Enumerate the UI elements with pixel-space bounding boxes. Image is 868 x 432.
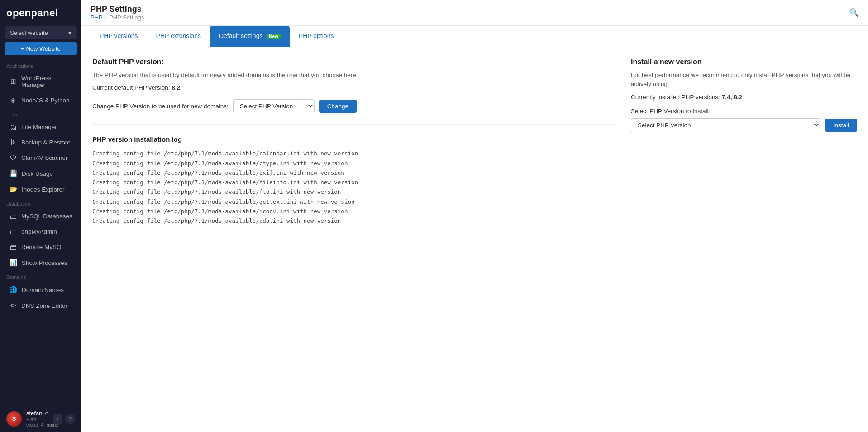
sidebar-label-disk-usage: Disk Usage — [22, 170, 53, 177]
sidebar-item-clamav[interactable]: 🛡ClamAV Scanner — [3, 150, 79, 165]
right-panel: Install a new version For best performan… — [631, 58, 857, 421]
select-install-label: Select PHP Version to Install: — [631, 108, 857, 115]
select-website-button[interactable]: Select website ▾ — [5, 26, 77, 39]
sidebar-item-mysql[interactable]: 🗃MySQL Databases — [3, 209, 79, 224]
installed-versions-value: 7.4, 8.2 — [722, 94, 742, 101]
sidebar-icon-domain-names: 🌐 — [9, 286, 18, 294]
log-line: Creating config file /etc/php/7.1/mods-a… — [92, 187, 617, 197]
sidebar-section-label: Applications — [0, 60, 81, 71]
change-php-label: Change PHP Version to be used for new do… — [92, 103, 229, 110]
help-button[interactable]: ? — [65, 414, 75, 424]
install-version-select[interactable]: Select PHP Version 7.1 7.2 7.3 7.4 8.0 8… — [631, 118, 820, 132]
current-version-line: Current default PHP version: 8.2 — [92, 84, 617, 91]
install-desc: For best performance we recommend to onl… — [631, 71, 857, 89]
sidebar-collapse-button[interactable]: ‹ — [53, 414, 62, 424]
sidebar-footer: S stefan ↗ Plan: cloud_4_nginx ‹ ? — [0, 405, 81, 432]
sidebar-icon-inodes: 📂 — [9, 185, 18, 193]
sidebar-item-disk-usage[interactable]: 💾Disk Usage — [3, 166, 79, 181]
sidebar-section-label: Databases — [0, 197, 81, 208]
chevron-down-icon: ▾ — [68, 29, 72, 36]
install-button[interactable]: Install — [825, 119, 857, 132]
sidebar-icon-dns-zone: ✏ — [9, 302, 17, 310]
topbar-left: PHP Settings PHP › PHP Settings — [91, 5, 144, 21]
change-php-row: Change PHP Version to be used for new do… — [92, 99, 617, 113]
sidebar-item-inodes[interactable]: 📂Inodes Explorer — [3, 182, 79, 197]
sidebar-icon-file-manager: 🗂 — [9, 123, 17, 131]
sidebar-section-label: Domains — [0, 271, 81, 282]
default-php-desc: The PHP version that is used by default … — [92, 71, 617, 80]
search-icon[interactable]: 🔍 — [849, 8, 859, 18]
log-section-title: PHP version installation log — [92, 135, 617, 143]
user-info: stefan ↗ Plan: cloud_4_nginx — [26, 410, 49, 427]
sidebar-item-backup-restore[interactable]: 🗄Backup & Restore — [3, 135, 79, 150]
sidebar-icon-nodejs: ◈ — [9, 96, 17, 104]
divider — [92, 124, 617, 125]
log-line: Creating config file /etc/php/7.1/mods-a… — [92, 197, 617, 206]
breadcrumb: PHP › PHP Settings — [91, 14, 144, 21]
sidebar-label-mysql: MySQL Databases — [21, 213, 72, 220]
sidebar-label-clamav: ClamAV Scanner — [21, 154, 68, 161]
tab-default-settings[interactable]: Default settings New — [210, 26, 290, 47]
page-title: PHP Settings — [91, 5, 144, 14]
sidebar-label-phpmyadmin: phpMyAdmin — [21, 228, 57, 235]
avatar: S — [6, 411, 22, 427]
sidebar-label-wordpress: WordPress Manager — [21, 75, 72, 88]
current-version-value: 8.2 — [172, 84, 180, 91]
sidebar-item-domain-names[interactable]: 🌐Domain Names — [3, 282, 79, 298]
install-title: Install a new version — [631, 58, 857, 66]
content-area: Default PHP version: The PHP version tha… — [81, 47, 868, 432]
new-website-button[interactable]: + New Website — [5, 42, 77, 55]
sidebar-label-inodes: Inodes Explorer — [22, 186, 65, 193]
log-line: Creating config file /etc/php/7.1/mods-a… — [92, 216, 617, 226]
sidebar-item-remote-mysql[interactable]: 🗃Remote MySQL — [3, 240, 79, 254]
badge-new: New — [267, 34, 281, 39]
breadcrumb-separator: › — [105, 14, 107, 21]
log-line: Creating config file /etc/php/7.1/mods-a… — [92, 149, 617, 158]
tab-bar: PHP versionsPHP extensionsDefault settin… — [81, 26, 868, 47]
sidebar-label-file-manager: File Manager — [21, 124, 57, 130]
sidebar-icon-clamav: 🛡 — [9, 154, 17, 162]
log-line: Creating config file /etc/php/7.1/mods-a… — [92, 168, 617, 178]
sidebar-label-show-processes: Show Processes — [22, 259, 67, 266]
external-link-icon: ↗ — [44, 410, 48, 416]
sidebar-label-backup-restore: Backup & Restore — [21, 139, 71, 146]
default-php-title: Default PHP version: — [92, 58, 617, 66]
sidebar: openpanel Select website ▾ + New Website… — [0, 0, 81, 432]
php-version-select[interactable]: Select PHP Version 7.4 8.0 8.1 8.2 8.3 — [233, 99, 315, 113]
tab-php-extensions[interactable]: PHP extensions — [147, 26, 210, 47]
sidebar-label-domain-names: Domain Names — [22, 287, 64, 293]
left-panel: Default PHP version: The PHP version tha… — [92, 58, 617, 421]
user-plan: Plan: cloud_4_nginx — [26, 417, 49, 427]
sidebar-section-label: Files — [0, 108, 81, 119]
sidebar-item-wordpress[interactable]: ⊞WordPress Manager — [3, 71, 79, 92]
breadcrumb-php[interactable]: PHP — [91, 14, 103, 21]
app-logo: openpanel — [0, 0, 81, 26]
log-box: Creating config file /etc/php/7.1/mods-a… — [92, 149, 617, 226]
tab-php-options[interactable]: PHP options — [290, 26, 343, 47]
sidebar-item-phpmyadmin[interactable]: 🗃phpMyAdmin — [3, 224, 79, 239]
sidebar-icon-mysql: 🗃 — [9, 212, 17, 220]
install-row: Select PHP Version 7.1 7.2 7.3 7.4 8.0 8… — [631, 118, 857, 132]
sidebar-icon-remote-mysql: 🗃 — [9, 243, 17, 251]
username: stefan ↗ — [26, 410, 49, 417]
main-content: PHP Settings PHP › PHP Settings 🔍 PHP ve… — [81, 0, 868, 432]
sidebar-item-show-processes[interactable]: 📊Show Processes — [3, 255, 79, 270]
tab-php-versions[interactable]: PHP versions — [91, 26, 147, 47]
sidebar-label-dns-zone: DNS Zone Editor — [21, 302, 67, 309]
topbar: PHP Settings PHP › PHP Settings 🔍 — [81, 0, 868, 26]
sidebar-sections: Applications⊞WordPress Manager◈NodeJS & … — [0, 60, 81, 314]
select-website-label: Select website — [10, 29, 48, 36]
sidebar-footer-actions: ‹ ? — [53, 414, 75, 424]
sidebar-label-remote-mysql: Remote MySQL — [21, 244, 65, 250]
sidebar-icon-backup-restore: 🗄 — [9, 139, 17, 146]
sidebar-icon-disk-usage: 💾 — [9, 169, 18, 178]
log-line: Creating config file /etc/php/7.1/mods-a… — [92, 206, 617, 216]
sidebar-item-nodejs[interactable]: ◈NodeJS & Python — [3, 92, 79, 108]
sidebar-item-file-manager[interactable]: 🗂File Manager — [3, 120, 79, 134]
sidebar-icon-wordpress: ⊞ — [9, 77, 17, 86]
log-line: Creating config file /etc/php/7.1/mods-a… — [92, 178, 617, 187]
installed-versions-line: Currently installed PHP versions: 7.4, 8… — [631, 94, 857, 101]
sidebar-item-dns-zone[interactable]: ✏DNS Zone Editor — [3, 298, 79, 313]
sidebar-icon-phpmyadmin: 🗃 — [9, 228, 17, 235]
change-button[interactable]: Change — [319, 100, 357, 113]
